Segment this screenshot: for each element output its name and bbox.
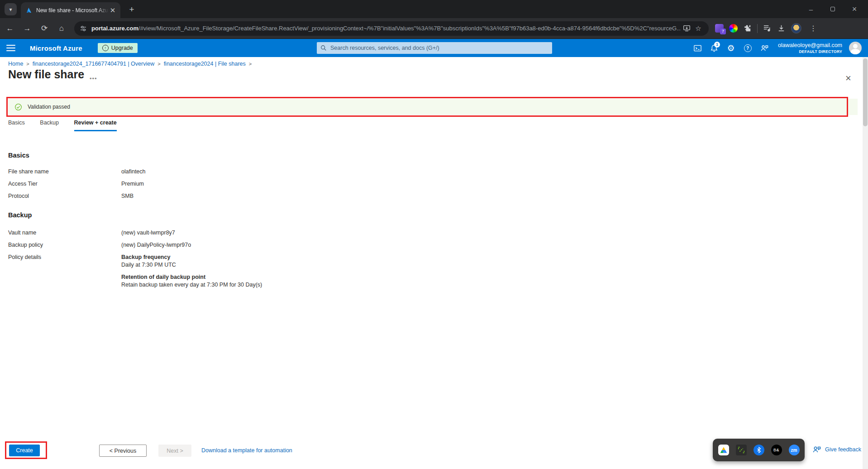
row-protocol: ProtocolSMB	[8, 193, 134, 199]
page-content: Home>financestorage2024_1716677404791 | …	[0, 57, 868, 469]
extensions-area: 7 ⋮	[715, 23, 820, 34]
toolbar-separator	[757, 24, 758, 33]
basics-heading: Basics	[8, 152, 29, 159]
search-input[interactable]	[330, 45, 548, 51]
row-file-share-name: File share nameolafintech	[8, 168, 146, 175]
row-policy-details: Policy detailsBackup frequency	[8, 254, 170, 260]
feedback-icon[interactable]	[758, 41, 771, 55]
previous-button[interactable]: < Previous	[99, 445, 147, 457]
policy-frequency-text: Daily at 7:30 PM UTC	[121, 262, 176, 268]
check-circle-icon	[14, 103, 22, 111]
help-icon[interactable]: ?	[741, 41, 754, 55]
floating-dock: B& zm	[713, 439, 805, 461]
tab-basics[interactable]: Basics	[8, 120, 25, 130]
tab-backup[interactable]: Backup	[40, 120, 59, 130]
azure-topbar-icons: 1 ⚙ ? olawaleoloye@gmail.com DEFAULT DIR…	[691, 39, 863, 57]
upgrade-button[interactable]: ↑ Upgrade	[98, 43, 138, 53]
search-icon	[320, 45, 327, 51]
policy-retention-text: Retain backup taken every day at 7:30 PM…	[121, 282, 262, 288]
breadcrumb-storage-overview[interactable]: financestorage2024_1716677404791 | Overv…	[33, 61, 154, 67]
back-icon[interactable]: ←	[3, 21, 17, 36]
account-directory: DEFAULT DIRECTORY	[778, 49, 842, 54]
breadcrumb: Home>financestorage2024_1716677404791 | …	[8, 61, 255, 67]
extension-purple-icon[interactable]: 7	[715, 24, 724, 33]
minimize-button[interactable]: –	[800, 0, 822, 18]
new-tab-button[interactable]: +	[126, 4, 138, 15]
breadcrumb-file-shares[interactable]: financestorage2024 | File shares	[164, 61, 246, 67]
account-info[interactable]: olawaleoloye@gmail.com DEFAULT DIRECTORY	[778, 42, 842, 54]
notifications-bell-icon[interactable]: 1	[707, 41, 721, 55]
browser-tabstrip: ▾ New file share - Microsoft Azure ✕ + –…	[0, 0, 868, 18]
home-icon[interactable]: ⌂	[54, 21, 69, 36]
upgrade-arrow-icon: ↑	[102, 45, 109, 51]
google-drive-icon[interactable]	[718, 444, 730, 456]
tab-close-icon[interactable]: ✕	[109, 6, 117, 14]
extensions-puzzle-icon[interactable]	[743, 24, 752, 33]
close-window-button[interactable]: ×	[844, 0, 865, 18]
azure-favicon-icon	[25, 7, 33, 14]
color-wheel-extension-icon[interactable]	[729, 24, 738, 33]
azure-search-bar[interactable]	[317, 42, 552, 54]
browser-profile-avatar[interactable]	[791, 23, 801, 34]
wizard-tabs: Basics Backup Review + create	[8, 120, 130, 131]
policy-retention-title: Retention of daily backup point	[121, 274, 205, 280]
reload-icon[interactable]: ⟳	[37, 21, 52, 36]
next-button: Next >	[158, 445, 191, 457]
backup-heading: Backup	[8, 211, 32, 219]
notification-badge: 1	[714, 42, 720, 48]
create-button[interactable]: Create	[9, 445, 40, 456]
breadcrumb-home[interactable]: Home	[8, 61, 23, 67]
azure-topbar: Microsoft Azure ↑ Upgrade	[0, 39, 868, 57]
download-template-link[interactable]: Download a template for automation	[201, 447, 292, 454]
settings-gear-icon[interactable]: ⚙	[724, 41, 738, 55]
give-feedback-link[interactable]: Give feedback	[812, 445, 861, 454]
chevron-down-icon: ▾	[9, 6, 12, 13]
account-avatar[interactable]	[849, 42, 862, 54]
azure-brand[interactable]: Microsoft Azure	[30, 44, 82, 52]
downloads-icon[interactable]	[777, 24, 786, 33]
close-blade-icon[interactable]: ×	[845, 73, 851, 83]
feedback-person-icon	[812, 445, 821, 454]
validation-message: Validation passed	[28, 104, 70, 110]
tab-search-button[interactable]: ▾	[5, 3, 17, 15]
browser-toolbar: ← → ⟳ ⌂ portal.azure.com/#view/Microsoft…	[0, 18, 868, 39]
url-text: portal.azure.com/#view/Microsoft_Azure_F…	[91, 25, 681, 32]
row-access-tier: Access TierPremium	[8, 181, 144, 187]
hamburger-menu-icon[interactable]	[6, 43, 15, 53]
title-more-icon[interactable]: •••	[90, 75, 97, 82]
restore-icon	[830, 7, 835, 11]
install-app-icon[interactable]	[681, 23, 692, 34]
site-info-icon[interactable]	[80, 25, 87, 32]
media-controls-icon[interactable]	[763, 24, 772, 33]
restore-button[interactable]	[822, 0, 844, 18]
tab-title: New file share - Microsoft Azure	[36, 7, 109, 14]
bang-olufsen-icon[interactable]: B&	[771, 444, 782, 456]
row-backup-policy: Backup policy(new) DailyPolicy-lwmpr97o	[8, 242, 191, 248]
row-vault-name: Vault name(new) vault-lwmpr8y7	[8, 230, 175, 236]
scrollbar-thumb[interactable]	[863, 58, 868, 126]
browser-tab[interactable]: New file share - Microsoft Azure ✕	[21, 2, 120, 18]
account-email: olawaleoloye@gmail.com	[778, 42, 842, 49]
screen: ▾ New file share - Microsoft Azure ✕ + –…	[0, 0, 868, 469]
scrollbar-track	[863, 57, 868, 469]
extension-badge: 7	[720, 29, 726, 34]
bluetooth-icon[interactable]	[753, 444, 765, 456]
zoom-app-icon[interactable]: zm	[788, 444, 800, 456]
page-title: New file share	[8, 68, 84, 81]
screen-capture-icon[interactable]	[735, 444, 747, 456]
window-controls: – ×	[800, 0, 865, 18]
validation-banner: Validation passed	[8, 99, 858, 115]
address-bar[interactable]: portal.azure.com/#view/Microsoft_Azure_F…	[74, 21, 709, 36]
forward-icon[interactable]: →	[20, 21, 34, 36]
browser-menu-icon[interactable]: ⋮	[807, 24, 820, 33]
bookmark-star-icon[interactable]: ☆	[692, 23, 704, 34]
cloud-shell-icon[interactable]	[691, 41, 704, 55]
tab-review-create[interactable]: Review + create	[74, 120, 117, 131]
